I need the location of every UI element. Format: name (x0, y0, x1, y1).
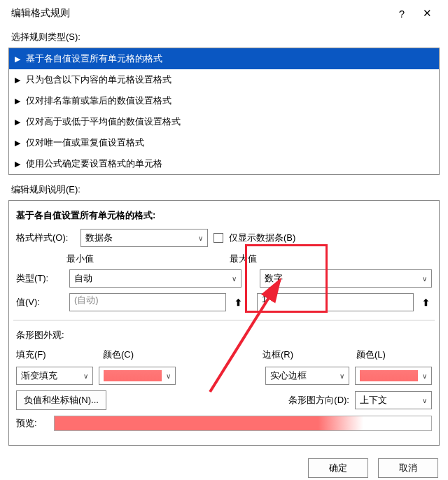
triangle-icon: ▶ (15, 55, 20, 64)
help-button[interactable]: ? (389, 8, 414, 20)
rule-type-list: ▶基于各自值设置所有单元格的格式 ▶只为包含以下内容的单元格设置格式 ▶仅对排名… (8, 48, 440, 175)
bar-only-label: 仅显示数据条(B) (229, 232, 295, 244)
triangle-icon: ▶ (15, 118, 20, 127)
min-type-select[interactable]: 自动∨ (69, 269, 241, 288)
rule-type-label: 选择规则类型(S): (0, 22, 448, 48)
chevron-down-icon: ∨ (422, 397, 427, 404)
bar-only-checkbox[interactable] (214, 233, 223, 243)
rule-type-item[interactable]: ▶使用公式确定要设置格式的单元格 (9, 153, 439, 174)
chevron-down-icon: ∨ (166, 372, 171, 380)
chevron-down-icon: ∨ (340, 372, 344, 380)
edit-area: 基于各自值设置所有单元格的格式: 格式样式(O): 数据条∨ 仅显示数据条(B)… (8, 200, 440, 446)
ref-picker-icon[interactable]: ⬆ (419, 293, 432, 311)
rule-type-item[interactable]: ▶仅对排名靠前或靠后的数值设置格式 (9, 90, 439, 111)
min-value-input[interactable]: (自动) (69, 293, 226, 311)
fill-select[interactable]: 渐变填充∨ (16, 367, 93, 385)
rule-type-item[interactable]: ▶仅对高于或低于平均值的数值设置格式 (9, 111, 439, 132)
triangle-icon: ▶ (15, 76, 20, 85)
neg-axis-button[interactable]: 负值和坐标轴(N)... (16, 390, 106, 410)
max-type-select[interactable]: 数字∨ (260, 269, 432, 288)
appearance-header: 条形图外观: (16, 329, 432, 341)
type-label: 类型(T): (16, 272, 64, 285)
chevron-down-icon: ∨ (422, 275, 427, 283)
chevron-down-icon: ∨ (232, 275, 237, 283)
triangle-icon: ▶ (15, 139, 20, 148)
ok-button[interactable]: 确定 (308, 458, 368, 478)
fill-label: 填充(F) (16, 348, 58, 361)
border-color-select[interactable]: ∨ (355, 367, 432, 385)
chevron-down-icon: ∨ (83, 372, 88, 380)
cancel-button[interactable]: 取消 (378, 458, 438, 478)
min-label: 最小值 (66, 253, 218, 265)
format-style-select[interactable]: 数据条∨ (80, 229, 208, 247)
chevron-down-icon: ∨ (198, 234, 203, 242)
triangle-icon: ▶ (15, 160, 20, 169)
direction-label: 条形图方向(D): (288, 394, 349, 407)
direction-select[interactable]: 上下文∨ (355, 391, 432, 409)
format-style-label: 格式样式(O): (16, 232, 75, 244)
edit-header: 基于各自值设置所有单元格的格式: (16, 209, 432, 222)
rule-type-item[interactable]: ▶只为包含以下内容的单元格设置格式 (9, 69, 439, 90)
rule-type-item[interactable]: ▶仅对唯一值或重复值设置格式 (9, 132, 439, 153)
dialog-title: 编辑格式规则 (11, 7, 389, 20)
ref-picker-icon[interactable]: ⬆ (232, 293, 244, 311)
color-swatch (104, 370, 162, 381)
preview-label: 预览: (16, 417, 48, 430)
close-button[interactable]: ✕ (414, 7, 440, 20)
border-label: 边框(R) (262, 348, 312, 361)
color-label: 颜色(C) (103, 348, 145, 361)
rule-type-item[interactable]: ▶基于各自值设置所有单元格的格式 (9, 48, 439, 69)
color-swatch (360, 370, 418, 381)
fill-color-select[interactable]: ∨ (99, 367, 176, 385)
max-label: 最大值 (230, 253, 432, 265)
edit-rule-label: 编辑规则说明(E): (0, 175, 448, 200)
max-value-input[interactable]: 1 (257, 293, 414, 311)
border-select[interactable]: 实心边框∨ (265, 367, 349, 385)
value-label: 值(V): (16, 296, 64, 309)
triangle-icon: ▶ (15, 97, 20, 106)
preview-bar (54, 416, 432, 431)
color-label-2: 颜色(L) (356, 348, 398, 361)
chevron-down-icon: ∨ (422, 372, 427, 380)
